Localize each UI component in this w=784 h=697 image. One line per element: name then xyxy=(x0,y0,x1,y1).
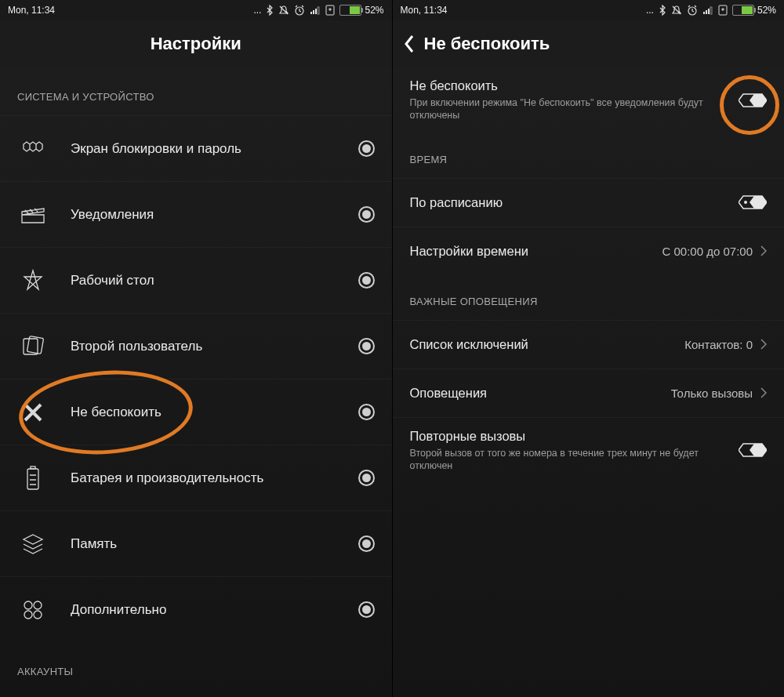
battery-percent: 52% xyxy=(365,5,383,16)
svg-rect-8 xyxy=(27,469,38,489)
toggle-switch[interactable] xyxy=(739,442,767,458)
item-label: Экран блокировки и пароль xyxy=(71,141,358,157)
page-title: Настройки xyxy=(0,20,392,67)
svg-rect-4 xyxy=(318,7,319,14)
sim-icon xyxy=(325,5,335,16)
settings-item-battery[interactable]: Батарея и производительность xyxy=(0,445,392,510)
battery-indicator: 52% xyxy=(339,5,383,16)
section-accounts: АККАУНТЫ xyxy=(0,642,392,690)
time-settings-value: С 00:00 до 07:00 xyxy=(662,245,753,258)
svg-rect-16 xyxy=(706,10,707,14)
svg-rect-1 xyxy=(310,12,312,14)
page-title: Не беспокоить xyxy=(424,34,550,54)
chevron-right-icon xyxy=(760,245,767,256)
signal-icon xyxy=(702,5,713,15)
radio-icon xyxy=(358,140,375,157)
dnd-screen: Mon, 11:34 ... 52% Не беспокоить Не бесп… xyxy=(392,0,785,697)
item-label: Не беспокоить xyxy=(71,405,358,420)
radio-icon xyxy=(358,338,375,354)
section-time: ВРЕМЯ xyxy=(393,133,785,178)
svg-rect-3 xyxy=(315,9,317,14)
sim-icon xyxy=(718,5,728,16)
radio-icon xyxy=(358,601,375,618)
settings-screen: Mon, 11:34 ... 52% Настройки СИСТЕМА И У… xyxy=(0,0,392,697)
time-settings-row[interactable]: Настройки времени С 00:00 до 07:00 xyxy=(393,227,785,275)
settings-item-more[interactable]: Дополнительно xyxy=(0,576,392,642)
signal-icon xyxy=(310,5,321,15)
repeat-subtitle: Второй вызов от того же номера в течение… xyxy=(410,447,739,473)
svg-point-10 xyxy=(24,601,32,609)
clapperboard-icon xyxy=(17,199,49,231)
alarm-icon xyxy=(687,5,698,16)
item-label: Рабочий стол xyxy=(71,273,358,289)
notifications-value: Только вызовы xyxy=(671,387,753,400)
item-label: Уведомления xyxy=(71,207,358,223)
settings-item-lockscreen[interactable]: Экран блокировки и пароль xyxy=(0,115,392,181)
time-settings-label: Настройки времени xyxy=(410,244,662,259)
repeat-title: Повторные вызовы xyxy=(410,429,739,444)
battery-icon xyxy=(339,5,361,16)
settings-item-second-user[interactable]: Второй пользователь xyxy=(0,313,392,379)
bluetooth-icon xyxy=(266,5,274,16)
svg-point-13 xyxy=(34,611,42,619)
toggle-switch[interactable] xyxy=(739,93,767,108)
honeycomb-icon xyxy=(17,133,49,165)
svg-rect-2 xyxy=(313,10,314,14)
battery-indicator: 52% xyxy=(732,5,776,16)
dnd-toggle-row[interactable]: Не беспокоить При включении режима "Не б… xyxy=(393,67,785,133)
svg-rect-9 xyxy=(31,466,35,469)
star-knot-icon xyxy=(17,265,49,296)
svg-rect-18 xyxy=(710,7,712,14)
bluetooth-icon xyxy=(659,5,666,16)
dnd-title: Не беспокоить xyxy=(410,78,739,93)
settings-item-memory[interactable]: Память xyxy=(0,510,392,576)
toggle-switch[interactable] xyxy=(739,194,767,210)
battery-icon xyxy=(732,5,754,16)
exceptions-label: Список исключений xyxy=(410,337,685,352)
status-icons: ... 52% xyxy=(646,5,776,16)
radio-icon xyxy=(358,470,375,486)
svg-point-11 xyxy=(34,601,42,609)
exceptions-value: Контактов: 0 xyxy=(684,338,753,351)
repeat-calls-row[interactable]: Повторные вызовы Второй вызов от того же… xyxy=(393,417,785,484)
battery-percent: 52% xyxy=(757,5,776,16)
status-time: Mon, 11:34 xyxy=(401,5,448,16)
radio-icon xyxy=(358,535,375,552)
item-label: Память xyxy=(71,536,358,552)
chevron-right-icon xyxy=(760,387,767,398)
item-label: Второй пользователь xyxy=(71,339,358,354)
status-bar: Mon, 11:34 ... 52% xyxy=(0,0,392,20)
svg-point-20 xyxy=(744,201,747,204)
settings-item-dnd[interactable]: Не беспокоить xyxy=(0,379,392,445)
battery-icon xyxy=(17,463,49,494)
cross-icon xyxy=(17,397,49,428)
mute-icon xyxy=(278,5,289,16)
notifications-row[interactable]: Оповещения Только вызовы xyxy=(393,368,785,417)
schedule-label: По расписанию xyxy=(410,195,739,210)
alarm-icon xyxy=(294,5,305,16)
item-label: Дополнительно xyxy=(71,602,358,618)
cards-icon xyxy=(17,331,49,362)
section-alerts: ВАЖНЫЕ ОПОВЕЩЕНИЯ xyxy=(393,275,785,320)
schedule-row[interactable]: По расписанию xyxy=(393,178,785,227)
svg-rect-17 xyxy=(708,9,710,14)
mute-icon xyxy=(671,5,682,16)
section-system-device: СИСТЕМА И УСТРОЙСТВО xyxy=(0,67,392,115)
status-time: Mon, 11:34 xyxy=(8,5,55,16)
notifications-label: Оповещения xyxy=(410,386,671,401)
settings-item-notifications[interactable]: Уведомления xyxy=(0,181,392,247)
settings-item-desktop[interactable]: Рабочий стол xyxy=(0,247,392,313)
dots-icon: ... xyxy=(253,5,261,16)
back-icon[interactable] xyxy=(404,34,415,53)
status-icons: ... 52% xyxy=(253,5,383,16)
radio-icon xyxy=(358,272,375,289)
svg-point-12 xyxy=(24,611,32,619)
exceptions-row[interactable]: Список исключений Контактов: 0 xyxy=(393,320,785,368)
dots-icon: ... xyxy=(646,5,654,16)
chevron-right-icon xyxy=(760,339,767,350)
radio-icon xyxy=(358,206,375,223)
layers-icon xyxy=(17,528,49,560)
circles-icon xyxy=(17,594,49,626)
item-label: Батарея и производительность xyxy=(71,470,358,486)
radio-icon xyxy=(358,404,375,420)
